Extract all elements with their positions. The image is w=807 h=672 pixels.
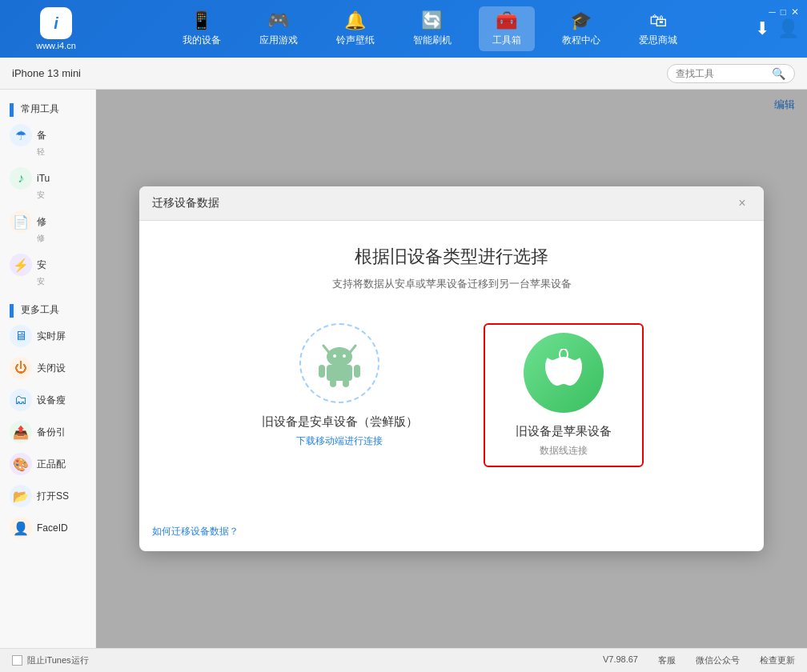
option-android[interactable]: 旧设备是安卓设备（尝鲜版） 下载移动端进行连接 xyxy=(259,323,420,467)
sidebar-item-shutdown[interactable]: ⏻ 关闭设 xyxy=(0,352,95,384)
bottom-bar: 阻止iTunes运行 V7.98.67 客服 微信公众号 检查更新 xyxy=(0,648,807,672)
logo: i www.i4.cn xyxy=(8,7,104,50)
sidebar-item-faceid[interactable]: 👤 FaceID xyxy=(0,512,95,544)
backup-sub: 轻 xyxy=(37,146,45,158)
main-content: ▌ 常用工具 ☂ 备 轻 ♪ iTu 安 📄 修 修 xyxy=(0,90,807,648)
android-label: 旧设备是安卓设备（尝鲜版） xyxy=(262,414,418,430)
apple-icon-wrap xyxy=(524,333,604,413)
search-icon[interactable]: 🔍 xyxy=(772,67,785,80)
nav-toolbox-label: 工具箱 xyxy=(492,34,521,47)
svg-rect-5 xyxy=(327,365,352,381)
apple-svg xyxy=(540,349,588,397)
nav-ringtone-label: 铃声壁纸 xyxy=(336,34,375,47)
slim-label: 设备瘦 xyxy=(37,394,66,407)
faceid-label: FaceID xyxy=(37,522,68,534)
sidebar-item-install[interactable]: ⚡ 安 安 xyxy=(0,249,95,292)
backup-label: 备 xyxy=(37,129,46,142)
faceid-icon: 👤 xyxy=(10,517,32,539)
shutdown-icon: ⏻ xyxy=(10,357,32,379)
svg-rect-6 xyxy=(319,365,325,378)
tutorial-icon: 🎓 xyxy=(570,10,592,31)
itunes-checkbox[interactable] xyxy=(12,655,22,666)
modal-subheading: 支持将数据从安卓或苹果设备迁移到另一台苹果设备 xyxy=(171,277,732,291)
svg-rect-9 xyxy=(343,379,349,387)
minimize-button[interactable]: ─ xyxy=(769,6,776,18)
screen-icon: 🖥 xyxy=(10,325,32,347)
svg-point-3 xyxy=(333,354,336,358)
repair-sub: 修 xyxy=(37,233,45,244)
download-icon[interactable]: ⬇ xyxy=(755,18,769,39)
genuine-label: 正品配 xyxy=(37,458,66,471)
device-bar: iPhone 13 mini 🔍 xyxy=(0,58,807,90)
section-common-label: 常用工具 xyxy=(21,102,59,116)
search-input[interactable] xyxy=(676,68,772,79)
nav-smart-brush-label: 智能刷机 xyxy=(413,34,452,47)
nav-store[interactable]: 🛍 爱思商城 xyxy=(628,6,689,51)
migrate-modal: 迁移设备数据 × 根据旧设备类型进行选择 支持将数据从安卓或苹果设备迁移到另一台… xyxy=(139,186,764,551)
sidebar-item-itunes[interactable]: ♪ iTu 安 xyxy=(0,162,95,206)
content-area: 编辑 迁移设备数据 × 根据旧设备类型进行选择 支持将数据从安卓或苹果设备迁移到… xyxy=(96,90,807,648)
toolbox-icon: 🧰 xyxy=(496,10,517,31)
my-device-icon: 📱 xyxy=(191,10,212,31)
genuine-icon: 🎨 xyxy=(10,453,32,475)
sidebar-item-backup2[interactable]: 📤 备份引 xyxy=(0,416,95,448)
nav-my-device-label: 我的设备 xyxy=(183,34,221,47)
sidebar-item-screen[interactable]: 🖥 实时屏 xyxy=(0,320,95,352)
nav-toolbox[interactable]: 🧰 工具箱 xyxy=(479,6,535,51)
nav-smart-brush[interactable]: 🔄 智能刷机 xyxy=(402,6,463,51)
android-icon-wrap xyxy=(299,323,379,403)
nav-my-device[interactable]: 📱 我的设备 xyxy=(171,6,232,51)
version-label: V7.98.67 xyxy=(603,654,638,666)
smart-brush-icon: 🔄 xyxy=(421,10,443,31)
app-game-icon: 🎮 xyxy=(267,10,289,31)
shutdown-label: 关闭设 xyxy=(37,362,66,375)
window-controls: ─ □ ✕ xyxy=(769,6,799,18)
modal-title: 迁移设备数据 xyxy=(152,196,219,210)
sidebar-item-slim[interactable]: 🗂 设备瘦 xyxy=(0,384,95,416)
bottom-left: 阻止iTunes运行 xyxy=(12,654,89,666)
ssh-label: 打开SS xyxy=(37,490,69,503)
backup2-label: 备份引 xyxy=(37,426,66,439)
section-more-tools: ▌ 更多工具 xyxy=(0,298,95,320)
sidebar-item-backup[interactable]: ☂ 备 轻 xyxy=(0,119,95,162)
repair-icon: 📄 xyxy=(10,210,32,233)
search-tool: 🔍 xyxy=(667,64,795,83)
nav-ringtone[interactable]: 🔔 铃声壁纸 xyxy=(325,6,386,51)
support-link[interactable]: 客服 xyxy=(658,654,676,666)
apple-sublabel: 数据线连接 xyxy=(540,444,588,458)
wechat-link[interactable]: 微信公众号 xyxy=(696,654,740,666)
ssh-icon: 📂 xyxy=(10,485,32,507)
nav-app-game-label: 应用游戏 xyxy=(259,34,298,47)
install-label: 安 xyxy=(37,258,46,272)
repair-label: 修 xyxy=(37,215,46,229)
how-link[interactable]: 如何迁移设备数据？ xyxy=(152,526,239,537)
install-icon: ⚡ xyxy=(10,254,32,276)
ringtone-icon: 🔔 xyxy=(344,10,366,31)
option-apple[interactable]: 旧设备是苹果设备 数据线连接 xyxy=(484,323,644,467)
modal-heading: 根据旧设备类型进行选择 xyxy=(171,245,732,269)
logo-site: www.i4.cn xyxy=(36,41,76,50)
maximize-button[interactable]: □ xyxy=(781,6,786,18)
svg-point-4 xyxy=(343,354,346,358)
svg-rect-8 xyxy=(330,379,336,387)
screen-label: 实时屏 xyxy=(37,330,66,343)
install-sub: 安 xyxy=(37,276,45,287)
itunes-label: iTu xyxy=(37,173,50,184)
nav-tutorial[interactable]: 🎓 教程中心 xyxy=(551,6,612,51)
nav-app-game[interactable]: 🎮 应用游戏 xyxy=(248,6,309,51)
sidebar-item-ssh[interactable]: 📂 打开SS xyxy=(0,480,95,512)
sidebar-item-genuine[interactable]: 🎨 正品配 xyxy=(0,448,95,480)
update-link[interactable]: 检查更新 xyxy=(760,654,795,666)
device-name: iPhone 13 mini xyxy=(12,67,81,79)
user-icon[interactable]: 👤 xyxy=(777,18,799,39)
sidebar-item-repair[interactable]: 📄 修 修 xyxy=(0,206,95,249)
backup-icon: ☂ xyxy=(10,124,32,146)
svg-point-2 xyxy=(327,347,352,366)
android-sublabel: 下载移动端进行连接 xyxy=(296,434,383,448)
logo-icon: i xyxy=(40,7,72,39)
close-button[interactable]: ✕ xyxy=(791,6,799,18)
slim-icon: 🗂 xyxy=(10,389,32,411)
modal-close-button[interactable]: × xyxy=(733,194,751,212)
android-svg xyxy=(315,339,363,387)
itunes-label: 阻止iTunes运行 xyxy=(27,654,89,666)
